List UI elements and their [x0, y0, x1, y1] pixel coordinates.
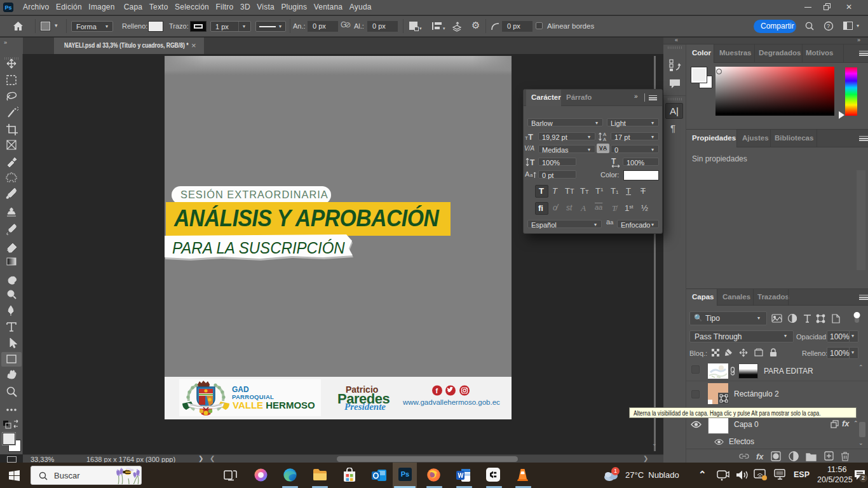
- svg-text:T: T: [611, 157, 616, 166]
- svg-text:fx: fx: [756, 452, 764, 461]
- svg-text:f: f: [436, 387, 438, 395]
- svg-text:?: ?: [827, 23, 830, 29]
- svg-text:a: a: [530, 172, 533, 178]
- svg-text:A: A: [525, 170, 530, 178]
- svg-text:T: T: [530, 158, 535, 167]
- svg-text:A: A: [603, 137, 606, 142]
